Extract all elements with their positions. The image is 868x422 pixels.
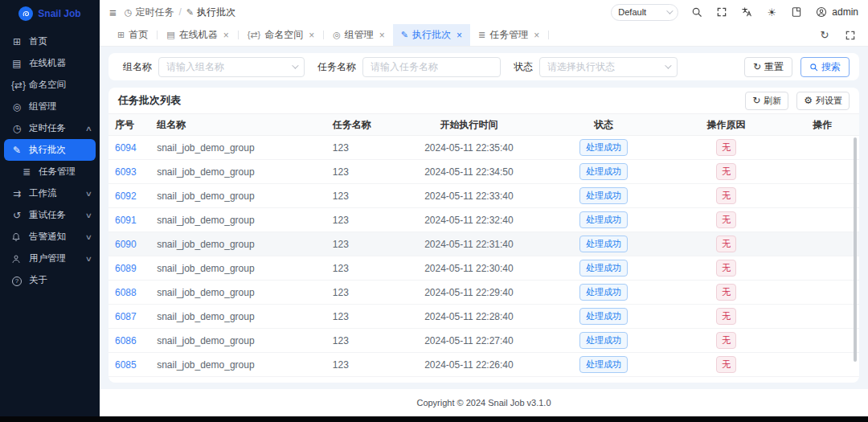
- sidebar-item-home[interactable]: ⊞ 首页: [0, 31, 100, 52]
- status-badge: 处理成功: [579, 236, 628, 252]
- vertical-scrollbar[interactable]: [854, 137, 857, 362]
- tab-exec-batch[interactable]: ✎ 执行批次 ×: [393, 24, 470, 46]
- reason-cell: 无: [666, 329, 785, 353]
- reason-badge: 无: [716, 332, 736, 348]
- refresh-icon[interactable]: ↻: [818, 29, 831, 42]
- fullscreen-icon[interactable]: [844, 29, 857, 42]
- batch-id-cell: 6089: [108, 256, 150, 281]
- avatar-icon: [815, 6, 828, 18]
- task-name-cell: 123: [326, 208, 397, 232]
- task-name-cell: 123: [326, 136, 397, 160]
- status-badge: 处理成功: [579, 139, 628, 155]
- reason-cell: 无: [666, 281, 785, 305]
- tab-task-mgmt[interactable]: ≣ 任务管理 ×: [470, 24, 547, 46]
- task-name-cell: 123: [326, 160, 397, 184]
- chevron-down-icon: ∨: [85, 255, 92, 263]
- user-menu[interactable]: admin: [815, 6, 858, 18]
- tab-machines[interactable]: ▤ 在线机器 ×: [158, 24, 236, 46]
- close-icon[interactable]: ×: [379, 30, 385, 41]
- group-name-cell: snail_job_demo_group: [150, 256, 326, 281]
- reason-badge: 无: [716, 163, 736, 179]
- batch-icon: ✎: [11, 145, 23, 156]
- logo[interactable]: Snail Job: [0, 0, 100, 27]
- batch-icon: ✎: [401, 30, 408, 40]
- translate-icon[interactable]: [740, 6, 753, 18]
- close-icon[interactable]: ×: [457, 30, 462, 41]
- refresh-icon: ↻: [752, 95, 760, 106]
- top-header: ≡ ◷ 定时任务 / ✎ 执行批次 Default: [100, 0, 868, 24]
- status-cell: 处理成功: [541, 160, 667, 184]
- sidebar-item-workflow[interactable]: ⇉ 工作流 ∨: [0, 182, 100, 204]
- tab-divider: [157, 31, 158, 39]
- tab-group[interactable]: ◎ 组管理 ×: [325, 24, 393, 46]
- sidebar-item-about[interactable]: ? 关于: [0, 269, 100, 291]
- batch-id-link[interactable]: 6085: [115, 359, 137, 371]
- search-button[interactable]: 搜索: [800, 57, 850, 77]
- batch-id-link[interactable]: 6088: [115, 287, 137, 298]
- sidebar-collapse-icon[interactable]: ≡: [109, 6, 117, 18]
- task-name-cell: 123: [326, 256, 397, 281]
- batch-table: 序号 组名称 任务名称 开始执行时间 状态 操作原因 操作 6094 snail…: [108, 113, 859, 377]
- sidebar-item-machines[interactable]: ▤ 在线机器: [0, 52, 100, 74]
- batch-id-cell: 6093: [108, 160, 150, 184]
- batch-id-cell: 6090: [108, 232, 150, 256]
- operation-cell: [786, 184, 859, 208]
- sidebar-item-task-mgmt[interactable]: ≣ 任务管理: [0, 161, 100, 182]
- sidebar-item-namespace[interactable]: {⇄} 命名空间: [0, 74, 100, 96]
- chevron-down-icon: ∨: [85, 233, 92, 241]
- close-icon[interactable]: ×: [534, 30, 539, 41]
- group-name-cell: snail_job_demo_group: [150, 136, 326, 160]
- table-row: 6093 snail_job_demo_group 123 2024-05-11…: [108, 160, 859, 184]
- close-icon[interactable]: ×: [309, 30, 314, 41]
- tab-home[interactable]: ⊞ 首页: [109, 24, 156, 46]
- refresh-button[interactable]: ↻ 刷新: [745, 92, 788, 110]
- reason-badge: 无: [716, 260, 736, 276]
- table-actions: ↻ 刷新 ⚙ 列设置: [745, 92, 850, 110]
- tab-namespace[interactable]: {⇄} 命名空间 ×: [240, 24, 323, 46]
- table-header-row: 序号 组名称 任务名称 开始执行时间 状态 操作原因 操作: [108, 114, 859, 136]
- machines-icon: ▤: [166, 30, 174, 40]
- copyright-text: Copyright © 2024 Snail Job v3.1.0: [416, 398, 551, 408]
- batch-id-link[interactable]: 6086: [115, 335, 137, 346]
- tab-divider: [238, 31, 239, 39]
- col-start-time: 开始执行时间: [397, 114, 541, 136]
- status-badge: 处理成功: [579, 332, 628, 348]
- timer-icon: ◷: [125, 7, 133, 18]
- column-settings-button[interactable]: ⚙ 列设置: [796, 92, 850, 110]
- batch-id-link[interactable]: 6091: [115, 215, 137, 226]
- batch-id-link[interactable]: 6090: [115, 239, 137, 250]
- palette-icon[interactable]: [790, 6, 803, 18]
- group-name-cell: snail_job_demo_group: [150, 281, 326, 305]
- group-name-select[interactable]: 请输入组名称: [158, 57, 305, 77]
- chevron-up-icon: ∧: [85, 125, 92, 133]
- breadcrumb-item-exec-batch[interactable]: ✎ 执行批次: [186, 6, 235, 19]
- sidebar-item-retry-tasks[interactable]: ↺ 重试任务 ∨: [0, 204, 100, 226]
- search-icon[interactable]: [690, 6, 703, 18]
- start-time-cell: 2024-05-11 22:28:40: [397, 305, 541, 329]
- batch-id-link[interactable]: 6094: [115, 142, 137, 154]
- sidebar-item-alarm[interactable]: 告警通知 ∨: [0, 226, 100, 248]
- batch-id-link[interactable]: 6093: [115, 166, 137, 178]
- sidebar-item-timed-tasks[interactable]: ◷ 定时任务 ∧: [0, 117, 100, 139]
- breadcrumb-item-timed-tasks[interactable]: ◷ 定时任务: [125, 6, 174, 19]
- app-root: Snail Job ⊞ 首页 ▤ 在线机器 {⇄} 命名空间 ◎ 组管理 ◷ 定…: [0, 0, 868, 416]
- batch-id-link[interactable]: 6089: [115, 263, 137, 274]
- close-icon[interactable]: ×: [223, 30, 229, 41]
- batch-id-link[interactable]: 6092: [115, 191, 137, 202]
- sidebar-item-exec-batch[interactable]: ✎ 执行批次: [4, 139, 96, 161]
- batch-id-link[interactable]: 6087: [115, 311, 137, 322]
- sidebar-item-user-mgmt[interactable]: 用户管理 ∨: [0, 248, 100, 269]
- start-time-cell: 2024-05-11 22:32:40: [397, 208, 541, 232]
- start-time-cell: 2024-05-11 22:35:40: [397, 136, 541, 160]
- reset-button[interactable]: ↻ 重置: [744, 57, 792, 77]
- namespace-select[interactable]: Default: [611, 4, 678, 21]
- operation-cell: [786, 353, 859, 377]
- sidebar-item-group[interactable]: ◎ 组管理: [0, 96, 100, 117]
- logo-text: Snail Job: [38, 8, 80, 19]
- status-select[interactable]: 请选择执行状态: [539, 57, 678, 77]
- task-name-input[interactable]: [371, 61, 493, 72]
- table-row: 6094 snail_job_demo_group 123 2024-05-11…: [108, 136, 859, 160]
- fullscreen-icon[interactable]: [715, 6, 728, 18]
- task-icon: ≣: [478, 30, 485, 40]
- theme-sun-icon[interactable]: ☀: [765, 6, 778, 18]
